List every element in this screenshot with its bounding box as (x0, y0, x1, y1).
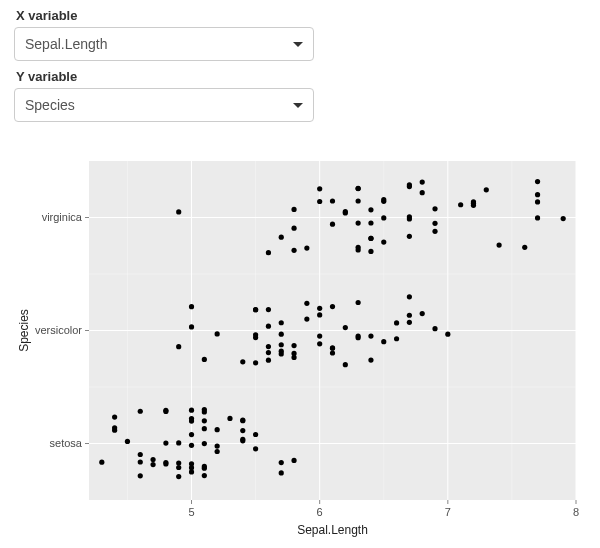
data-point (189, 465, 194, 470)
data-point (266, 324, 271, 329)
x-axis-title: Sepal.Length (297, 523, 368, 537)
data-point (176, 460, 181, 465)
data-point (215, 427, 220, 432)
data-point (253, 360, 258, 365)
svg-text:7: 7 (445, 506, 451, 518)
x-variable-value: Sepal.Length (25, 36, 108, 52)
data-point (202, 441, 207, 446)
data-point (279, 460, 284, 465)
data-point (471, 199, 476, 204)
data-point (420, 311, 425, 316)
data-point (227, 416, 232, 421)
data-point (317, 199, 322, 204)
data-point (163, 441, 168, 446)
data-point (356, 186, 361, 191)
y-variable-value: Species (25, 97, 75, 113)
data-point (420, 190, 425, 195)
data-point (343, 362, 348, 367)
data-point (291, 248, 296, 253)
data-point (420, 179, 425, 184)
data-point (291, 351, 296, 356)
data-point (189, 443, 194, 448)
data-point (266, 250, 271, 255)
data-point (202, 418, 207, 423)
data-point (317, 333, 322, 338)
data-point (356, 220, 361, 225)
data-point (432, 206, 437, 211)
data-point (381, 215, 386, 220)
data-point (394, 320, 399, 325)
data-point (240, 428, 245, 433)
data-point (368, 220, 373, 225)
data-point (150, 462, 155, 467)
data-point (407, 216, 412, 221)
svg-text:virginica: virginica (42, 211, 83, 223)
caret-down-icon (293, 103, 303, 108)
data-point (330, 222, 335, 227)
data-point (189, 432, 194, 437)
data-point (330, 345, 335, 350)
data-point (381, 339, 386, 344)
data-point (381, 197, 386, 202)
y-variable-label: Y variable (14, 69, 586, 84)
svg-text:8: 8 (573, 506, 579, 518)
data-point (356, 334, 361, 339)
y-axis-title: Species (17, 309, 31, 352)
data-point (138, 452, 143, 457)
data-point (291, 226, 296, 231)
data-point (458, 202, 463, 207)
data-point (189, 324, 194, 329)
data-point (202, 473, 207, 478)
data-point (176, 465, 181, 470)
data-point (291, 458, 296, 463)
data-point (279, 320, 284, 325)
data-point (394, 336, 399, 341)
data-point (561, 216, 566, 221)
data-point (445, 332, 450, 337)
data-point (163, 409, 168, 414)
data-point (535, 192, 540, 197)
data-point (279, 342, 284, 347)
data-point (189, 408, 194, 413)
data-point (215, 449, 220, 454)
data-point (291, 343, 296, 348)
y-variable-select[interactable]: Species (14, 88, 314, 122)
data-point (407, 182, 412, 187)
data-point (407, 294, 412, 299)
data-point (330, 350, 335, 355)
data-point (125, 439, 130, 444)
data-point (253, 335, 258, 340)
data-point (215, 331, 220, 336)
data-point (112, 415, 117, 420)
data-point (279, 470, 284, 475)
data-point (240, 359, 245, 364)
data-point (291, 207, 296, 212)
data-point (138, 459, 143, 464)
data-point (330, 304, 335, 309)
data-point (279, 235, 284, 240)
x-variable-select[interactable]: Sepal.Length (14, 27, 314, 61)
data-point (356, 245, 361, 250)
data-point (317, 186, 322, 191)
data-point (407, 320, 412, 325)
data-point (304, 245, 309, 250)
data-point (343, 209, 348, 214)
data-point (266, 350, 271, 355)
x-variable-control: X variable Sepal.Length (14, 8, 586, 61)
data-point (484, 187, 489, 192)
data-point (266, 344, 271, 349)
data-point (535, 179, 540, 184)
data-point (138, 473, 143, 478)
data-point (356, 300, 361, 305)
data-point (150, 457, 155, 462)
data-point (317, 306, 322, 311)
data-point (330, 198, 335, 203)
caret-down-icon (293, 42, 303, 47)
data-point (407, 234, 412, 239)
data-point (368, 357, 373, 362)
data-point (202, 357, 207, 362)
data-point (266, 358, 271, 363)
data-point (176, 209, 181, 214)
data-point (176, 440, 181, 445)
data-point (279, 332, 284, 337)
